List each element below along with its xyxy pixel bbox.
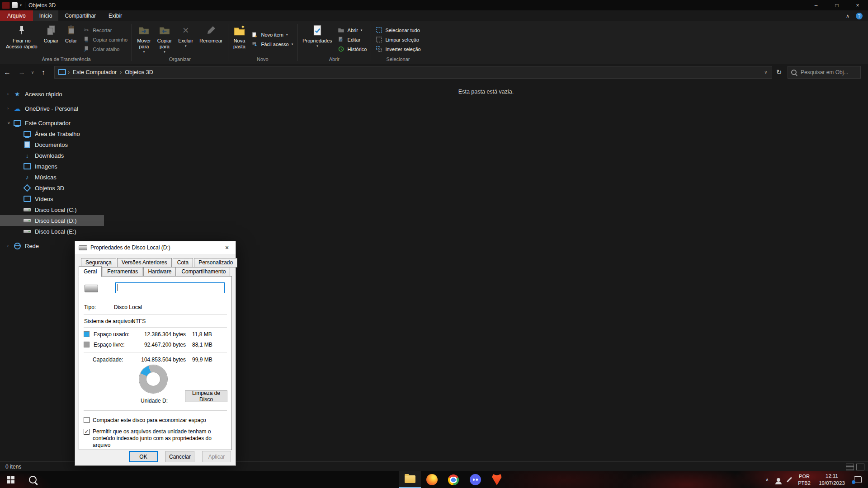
tab-compartilhar[interactable]: Compartilhar bbox=[58, 10, 102, 21]
copy-button[interactable]: Copiar bbox=[41, 23, 61, 56]
index-checkbox[interactable]: ✓ bbox=[84, 429, 90, 435]
search-input[interactable] bbox=[800, 69, 857, 76]
disk-cleanup-button[interactable]: Limpeza de Disco bbox=[185, 390, 227, 402]
close-button[interactable]: × bbox=[847, 0, 868, 10]
select-none-button[interactable]: Limpar seleção bbox=[375, 36, 420, 43]
sidebar-item-downloads[interactable]: ↓ Downloads bbox=[0, 150, 104, 161]
chevron-right-icon[interactable]: › bbox=[7, 244, 13, 248]
sidebar-item-objetos-3d[interactable]: Objetos 3D bbox=[0, 183, 104, 193]
taskbar-file-explorer-button[interactable] bbox=[399, 471, 421, 488]
ok-button[interactable]: OK bbox=[129, 451, 158, 462]
tab-geral[interactable]: Geral bbox=[79, 266, 102, 277]
compress-checkbox-label[interactable]: Compactar este disco para economizar esp… bbox=[93, 417, 228, 424]
type-value: Disco Local bbox=[114, 304, 142, 310]
pen-tray-icon[interactable] bbox=[784, 479, 795, 480]
paste-button[interactable]: Colar bbox=[62, 23, 80, 56]
select-none-icon bbox=[375, 36, 382, 43]
sidebar-item-disco-c[interactable]: Disco Local (C:) bbox=[0, 204, 104, 215]
clock[interactable]: 12:11 19/07/2023 bbox=[814, 473, 850, 487]
tab-compartilhamento[interactable]: Compartilhamento bbox=[177, 267, 230, 277]
used-space-label: Espaço usado: bbox=[94, 331, 129, 338]
sidebar-item-videos[interactable]: Vídeos bbox=[0, 193, 104, 204]
sidebar-item-onedrive[interactable]: › ☁ OneDrive - Personal bbox=[0, 103, 104, 114]
taskbar-search-button[interactable] bbox=[22, 471, 43, 488]
start-button[interactable] bbox=[0, 471, 22, 488]
desktop-icon bbox=[23, 131, 32, 137]
help-icon[interactable]: ? bbox=[856, 13, 863, 19]
tab-hardware[interactable]: Hardware bbox=[143, 267, 176, 277]
invert-selection-button[interactable]: Inverter seleção bbox=[375, 46, 420, 53]
drive-name-input[interactable] bbox=[115, 282, 225, 293]
back-button[interactable]: ← bbox=[0, 68, 14, 76]
easy-access-button[interactable]: Fácil acesso ▾ bbox=[251, 41, 293, 48]
refresh-icon[interactable]: ↻ bbox=[772, 68, 786, 76]
properties-button[interactable]: Propriedades ▾ bbox=[300, 23, 335, 56]
collapse-ribbon-icon[interactable]: ∧ bbox=[846, 13, 849, 19]
tab-versoes-anteriores[interactable]: Versões Anteriores bbox=[117, 258, 172, 267]
select-all-button[interactable]: Selecionar tudo bbox=[375, 27, 420, 34]
new-folder-label-line1: Nova bbox=[234, 38, 245, 44]
rename-button[interactable]: Renomear bbox=[197, 23, 225, 56]
copy-to-button[interactable]: Copiar para ▾ bbox=[155, 23, 175, 56]
pin-to-quick-access-button[interactable]: Fixar no Acesso rápido bbox=[3, 23, 40, 56]
chevron-down-icon[interactable]: ∨ bbox=[7, 121, 13, 125]
breadcrumb-este-computador[interactable]: Este Computador bbox=[70, 69, 120, 75]
index-checkbox-label[interactable]: Permitir que os arquivos desta unidade t… bbox=[93, 428, 226, 449]
quick-access-customize-chevron-icon[interactable]: ▾ bbox=[20, 3, 22, 7]
details-view-button[interactable] bbox=[846, 464, 854, 470]
minimize-button[interactable]: – bbox=[806, 0, 826, 10]
sidebar-item-musicas[interactable]: ♪ Músicas bbox=[0, 172, 104, 183]
sidebar-item-este-computador[interactable]: ∨ Este Computador bbox=[0, 117, 104, 128]
sidebar-item-disco-d[interactable]: Disco Local (D:) bbox=[0, 215, 104, 226]
paste-shortcut-button[interactable]: Colar atalho bbox=[83, 46, 127, 53]
cancel-button[interactable]: Cancelar bbox=[165, 451, 194, 462]
chevron-right-icon[interactable]: › bbox=[7, 92, 13, 96]
cut-button[interactable]: ✂ Recortar bbox=[83, 27, 127, 34]
sidebar-item-acesso-rapido[interactable]: › ★ Acesso rápido bbox=[0, 89, 104, 99]
easy-access-label: Fácil acesso bbox=[261, 42, 289, 47]
sidebar-item-area-de-trabalho[interactable]: Área de Trabalho bbox=[0, 128, 104, 139]
copy-path-button[interactable]: Copiar caminho bbox=[83, 36, 127, 43]
taskbar-firefox-button[interactable] bbox=[421, 471, 443, 488]
breadcrumb-objetos-3d[interactable]: Objetos 3D bbox=[122, 69, 156, 75]
tab-arquivo[interactable]: Arquivo bbox=[0, 10, 33, 21]
sidebar-item-label: Acesso rápido bbox=[25, 91, 62, 98]
search-box[interactable] bbox=[788, 66, 861, 79]
history-button[interactable]: Histórico bbox=[338, 46, 367, 53]
address-dropdown-icon[interactable]: ∨ bbox=[760, 70, 772, 75]
thumbnails-view-button[interactable] bbox=[856, 464, 864, 470]
address-breadcrumb-box[interactable]: › Este Computador › Objetos 3D ∨ bbox=[54, 66, 772, 79]
compress-checkbox[interactable] bbox=[84, 417, 90, 423]
apply-button[interactable]: Aplicar bbox=[202, 451, 231, 462]
tab-inicio[interactable]: Início bbox=[33, 10, 59, 21]
taskbar-brave-button[interactable] bbox=[486, 471, 508, 488]
new-item-button[interactable]: Novo item ▾ bbox=[251, 31, 293, 38]
delete-button[interactable]: × Excluir ▾ bbox=[175, 23, 196, 56]
forward-button[interactable]: → bbox=[14, 68, 29, 76]
chevron-right-icon[interactable]: › bbox=[7, 106, 13, 111]
tab-exibir[interactable]: Exibir bbox=[102, 10, 128, 21]
group-label-organize: Organizar bbox=[132, 56, 227, 64]
sidebar-item-disco-e[interactable]: Disco Local (E:) bbox=[0, 226, 104, 237]
sidebar-item-imagens[interactable]: Imagens bbox=[0, 161, 104, 172]
edit-button[interactable]: Editar bbox=[338, 36, 367, 43]
open-button[interactable]: Abrir ▾ bbox=[338, 27, 367, 34]
user-tray-icon[interactable] bbox=[773, 478, 784, 482]
taskbar-discord-button[interactable] bbox=[464, 471, 486, 488]
move-to-button[interactable]: Mover para ▾ bbox=[134, 23, 154, 56]
taskbar-chrome-button[interactable] bbox=[443, 471, 464, 488]
tab-cota[interactable]: Cota bbox=[173, 258, 193, 267]
language-indicator[interactable]: POR PTB2 bbox=[795, 473, 814, 486]
maximize-button[interactable]: □ bbox=[826, 0, 847, 10]
tab-ferramentas[interactable]: Ferramentas bbox=[103, 267, 142, 277]
hidden-icons-chevron-icon[interactable]: ∧ bbox=[761, 477, 773, 482]
action-center-button[interactable] bbox=[850, 476, 865, 483]
dialog-close-icon[interactable]: × bbox=[219, 241, 235, 254]
tab-personalizado[interactable]: Personalizado bbox=[194, 258, 237, 267]
recent-locations-chevron-icon[interactable]: ∨ bbox=[29, 70, 36, 75]
new-folder-button[interactable]: Nova pasta bbox=[231, 23, 249, 56]
up-button[interactable]: ↑ bbox=[36, 68, 51, 76]
sidebar-item-documentos[interactable]: Documentos bbox=[0, 139, 104, 150]
properties-label: Propriedades bbox=[302, 38, 332, 44]
quick-access-toolbar-icon[interactable] bbox=[12, 2, 18, 8]
